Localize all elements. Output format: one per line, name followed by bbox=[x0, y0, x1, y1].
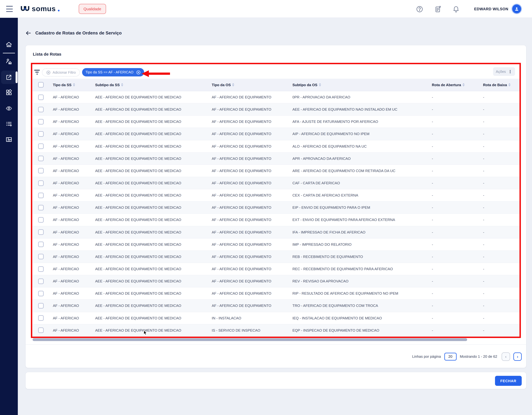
column-header-rota-abertura[interactable]: Rota de Abertura bbox=[432, 83, 483, 87]
cell-rota-abertura: - bbox=[432, 144, 483, 148]
table-row[interactable]: AF - AFERICAO AEE - AFERICAO DE EQUIPAME… bbox=[33, 226, 520, 238]
logo-text: somus bbox=[32, 5, 56, 12]
cell-subtipo-ss: AEE - AFERICAO DE EQUIPAMENTO DE MEDICAO bbox=[95, 316, 212, 320]
cell-rota-baixa: - bbox=[483, 279, 520, 283]
column-header-rota-baixa[interactable]: Rota de Baixa bbox=[483, 83, 520, 87]
plus-circle-icon bbox=[46, 70, 51, 75]
app-logo: somus bbox=[21, 5, 60, 12]
row-checkbox[interactable] bbox=[38, 94, 44, 100]
table-row[interactable]: AF - AFERICAO AEE - AFERICAO DE EQUIPAME… bbox=[33, 287, 520, 300]
row-checkbox[interactable] bbox=[38, 315, 44, 321]
cell-tipo-os: IN - INSTALACAO bbox=[212, 316, 293, 320]
next-page-button[interactable]: › bbox=[513, 352, 522, 361]
cell-tipo-os: AF - AFERICAO DE EQUIPAMENTO bbox=[212, 267, 293, 271]
cell-tipo-ss: AF - AFERICAO bbox=[53, 291, 95, 296]
prev-page-button[interactable]: ‹ bbox=[502, 352, 510, 361]
cell-subtipo-os: ALO - AFERICAO DE EQUIPAMENTO NA UC bbox=[293, 144, 432, 148]
cell-subtipo-os: REV - REVISAO DA APROVACAO bbox=[293, 279, 432, 283]
bell-icon[interactable] bbox=[452, 6, 460, 13]
sidebar-item-external[interactable] bbox=[0, 71, 18, 84]
table-row[interactable]: AF - AFERICAO AEE - AFERICAO DE EQUIPAME… bbox=[33, 263, 520, 275]
cell-tipo-ss: AF - AFERICAO bbox=[53, 120, 95, 124]
filter-icon[interactable] bbox=[34, 70, 40, 75]
menu-icon[interactable] bbox=[6, 6, 13, 12]
cell-tipo-os: AF - AFERICAO DE EQUIPAMENTO bbox=[212, 304, 293, 308]
sidebar-item-map-eye[interactable] bbox=[0, 102, 18, 115]
column-header-subtipo-ss[interactable]: Subtipo da SS bbox=[95, 83, 212, 87]
column-header-subtipo-os[interactable]: Subtipo da OS bbox=[293, 83, 432, 87]
row-checkbox[interactable] bbox=[38, 242, 44, 247]
table-row[interactable]: AF - AFERICAO AEE - AFERICAO DE EQUIPAME… bbox=[33, 91, 520, 103]
row-checkbox[interactable] bbox=[38, 205, 44, 210]
row-checkbox[interactable] bbox=[38, 217, 44, 223]
cell-rota-abertura: - bbox=[432, 316, 483, 320]
actions-button[interactable]: Ações ⋮ bbox=[493, 67, 515, 76]
row-checkbox[interactable] bbox=[38, 168, 44, 174]
row-checkbox[interactable] bbox=[38, 303, 44, 309]
row-checkbox[interactable] bbox=[38, 156, 44, 161]
select-all-checkbox[interactable] bbox=[38, 82, 44, 88]
table-row[interactable]: AF - AFERICAO AEE - AFERICAO DE EQUIPAME… bbox=[33, 312, 520, 324]
row-checkbox[interactable] bbox=[38, 291, 44, 296]
list-add-icon bbox=[6, 121, 12, 127]
table-row[interactable]: AF - AFERICAO AEE - AFERICAO DE EQUIPAME… bbox=[33, 116, 520, 128]
table-row[interactable]: AF - AFERICAO AEE - AFERICAO DE EQUIPAME… bbox=[33, 165, 520, 177]
table-row[interactable]: AF - AFERICAO AEE - AFERICAO DE EQUIPAME… bbox=[33, 189, 520, 202]
row-checkbox[interactable] bbox=[38, 254, 44, 259]
cell-rota-baixa: - bbox=[483, 304, 520, 308]
add-filter-button[interactable]: Adicionar Filtro bbox=[42, 68, 80, 76]
cell-subtipo-ss: AEE - AFERICAO DE EQUIPAMENTO DE MEDICAO bbox=[95, 242, 212, 247]
cell-tipo-ss: AF - AFERICAO bbox=[53, 107, 95, 111]
table-row[interactable]: AF - AFERICAO AEE - AFERICAO DE EQUIPAME… bbox=[33, 300, 520, 312]
sidebar-item-home[interactable] bbox=[0, 38, 18, 51]
help-icon[interactable] bbox=[416, 6, 423, 13]
table-row[interactable]: AF - AFERICAO AEE - AFERICAO DE EQUIPAME… bbox=[33, 324, 520, 336]
avatar[interactable] bbox=[512, 4, 521, 13]
row-checkbox[interactable] bbox=[38, 119, 44, 125]
sidebar-item-list-add[interactable] bbox=[0, 117, 18, 131]
table-row[interactable]: AF - AFERICAO AEE - AFERICAO DE EQUIPAME… bbox=[33, 202, 520, 214]
sidebar-item-user-home[interactable] bbox=[0, 55, 18, 68]
row-checkbox[interactable] bbox=[38, 193, 44, 198]
column-header-tipo-os[interactable]: Tipo da OS bbox=[212, 83, 293, 87]
row-checkbox[interactable] bbox=[38, 143, 44, 149]
cell-tipo-ss: AF - AFERICAO bbox=[53, 132, 95, 136]
column-header-tipo-ss[interactable]: Tipo da SS bbox=[53, 83, 95, 87]
table-row[interactable]: AF - AFERICAO AEE - AFERICAO DE EQUIPAME… bbox=[33, 128, 520, 140]
cell-tipo-os: AF - AFERICAO DE EQUIPAMENTO bbox=[212, 230, 293, 234]
table-row[interactable]: AF - AFERICAO AEE - AFERICAO DE EQUIPAME… bbox=[33, 251, 520, 263]
external-link-icon bbox=[6, 74, 12, 81]
cell-subtipo-os: CAF - CARTA DE AFERICAO bbox=[293, 181, 432, 185]
table-row[interactable]: AF - AFERICAO AEE - AFERICAO DE EQUIPAME… bbox=[33, 214, 520, 226]
table-row[interactable]: AF - AFERICAO AEE - AFERICAO DE EQUIPAME… bbox=[33, 177, 520, 189]
cell-subtipo-ss: AEE - AFERICAO DE EQUIPAMENTO DE MEDICAO bbox=[95, 120, 212, 124]
close-button[interactable]: FECHAR bbox=[495, 376, 522, 386]
sidebar-item-widgets[interactable] bbox=[0, 86, 18, 99]
table-row[interactable]: AF - AFERICAO AEE - AFERICAO DE EQUIPAME… bbox=[33, 103, 520, 116]
row-checkbox[interactable] bbox=[38, 229, 44, 235]
row-checkbox[interactable] bbox=[38, 266, 44, 272]
table-row[interactable]: AF - AFERICAO AEE - AFERICAO DE EQUIPAME… bbox=[33, 275, 520, 287]
row-checkbox[interactable] bbox=[38, 327, 44, 333]
back-arrow-icon[interactable] bbox=[25, 30, 31, 36]
cell-subtipo-ss: AEE - AFERICAO DE EQUIPAMENTO DE MEDICAO bbox=[95, 132, 212, 136]
active-filter-chip[interactable]: Tipo da SS == AF - AFERICAO bbox=[82, 68, 144, 76]
horizontal-scrollbar[interactable] bbox=[33, 338, 467, 341]
cell-tipo-os: AF - AFERICAO DE EQUIPAMENTO bbox=[212, 95, 293, 99]
row-checkbox[interactable] bbox=[38, 180, 44, 186]
note-add-icon[interactable] bbox=[434, 6, 442, 13]
cell-subtipo-os: AIP - AFERICAO DE EQUIPAMENTO NO IPEM bbox=[293, 132, 432, 136]
table-row[interactable]: AF - AFERICAO AEE - AFERICAO DE EQUIPAME… bbox=[33, 238, 520, 251]
sidebar-item-table[interactable] bbox=[0, 133, 18, 146]
remove-filter-icon[interactable] bbox=[136, 70, 141, 75]
logo-dot bbox=[58, 10, 60, 11]
row-checkbox[interactable] bbox=[38, 131, 44, 137]
cell-rota-abertura: - bbox=[432, 328, 483, 332]
row-checkbox[interactable] bbox=[38, 107, 44, 112]
cell-tipo-ss: AF - AFERICAO bbox=[53, 267, 95, 271]
rows-per-page-input[interactable] bbox=[444, 353, 456, 360]
table-row[interactable]: AF - AFERICAO AEE - AFERICAO DE EQUIPAME… bbox=[33, 140, 520, 152]
table-row[interactable]: AF - AFERICAO AEE - AFERICAO DE EQUIPAME… bbox=[33, 152, 520, 165]
row-checkbox[interactable] bbox=[38, 278, 44, 284]
cell-rota-baixa: - bbox=[483, 255, 520, 259]
